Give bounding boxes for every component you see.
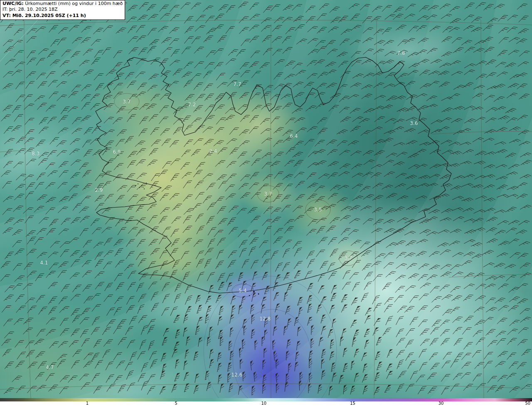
precip-value-label: 3.7 xyxy=(123,99,131,105)
scale-tick-label: 10 xyxy=(261,401,267,406)
precip-value-label: 8.3 xyxy=(32,151,39,157)
precip-value-label: 12.8 xyxy=(260,316,271,322)
precip-value-label: 2.9 xyxy=(95,187,103,193)
precip-value-label: 7.8 xyxy=(397,50,405,56)
weather-map: 7.87.73.77.23.66.48.36.92.42.93.73.53.74… xyxy=(0,0,532,406)
precip-value-label: 12.6 xyxy=(232,372,243,378)
init-time: IT: þri. 28. 10. 2025 18Z xyxy=(0,7,125,12)
product-title-line: UWC/IG: Úrkomumætti (mm) og vindur i 100… xyxy=(0,1,125,7)
precip-value-label: 6.9 xyxy=(113,149,121,155)
precip-value-label: 5.4 xyxy=(239,288,246,293)
precip-value-label: 4.7 xyxy=(46,364,54,370)
precip-value-label: 3.7 xyxy=(344,255,352,261)
precip-value-label: 6.4 xyxy=(290,133,298,139)
precip-value-label: 2.4 xyxy=(209,148,217,154)
value-labels-layer: 7.87.73.77.23.66.48.36.92.42.93.73.53.74… xyxy=(0,0,532,406)
valid-time: VT: Mið. 29.10.2025 05Z (+11 h) xyxy=(0,13,125,19)
precip-value-label: 3.6 xyxy=(410,120,418,126)
precip-value-label: 4.1 xyxy=(40,260,48,266)
title-box: UWC/IG: Úrkomumætti (mm) og vindur i 100… xyxy=(0,0,125,20)
precip-value-label: 3.7 xyxy=(264,191,272,197)
scale-tick-label: 5 xyxy=(175,401,177,406)
precip-value-label: 3.5 xyxy=(314,207,322,213)
color-scale-ticks: 1510153050 xyxy=(0,401,532,406)
precip-value-label: 7.7 xyxy=(233,81,241,87)
scale-tick-label: 1 xyxy=(86,401,89,406)
product-title: Úrkomumætti (mm) og vindur i 100m hæð xyxy=(24,1,123,6)
product-code: UWC/IG: xyxy=(2,1,24,6)
scale-tick-label: 50 xyxy=(525,401,530,406)
scale-tick-label: 30 xyxy=(438,401,444,406)
color-scale: 1510153050 xyxy=(0,398,532,406)
scale-tick-label: 15 xyxy=(350,401,355,406)
precip-value-label: 7.2 xyxy=(188,102,196,108)
